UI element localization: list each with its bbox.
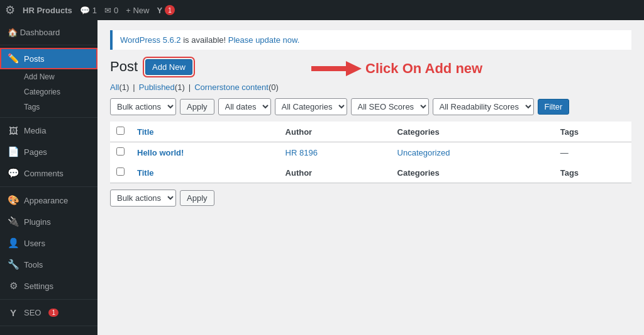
pages-icon: 📄 [8,146,19,157]
sidebar-item-posts[interactable]: ✏️ Posts [0,48,97,69]
users-icon: 👤 [8,237,19,249]
select-all-checkbox[interactable] [116,127,125,135]
yoast-icon: Y [157,6,162,15]
post-title-link[interactable]: Hello world! [137,148,184,157]
annotation-text: Click On Add new [365,60,482,77]
select-all-footer-checkbox[interactable] [116,168,125,176]
table-row: Hello world! HR 8196 Uncategorized — [110,142,631,163]
new-label: + New [126,6,149,15]
dashboard-icon: 🏠 [8,28,18,37]
wp-logo-icon[interactable]: ⚙ [5,3,15,17]
sidebar-item-categories[interactable]: Categories [0,84,97,99]
settings-icon: ⚙ [8,280,19,292]
comments-count: 1 [92,6,97,15]
sidebar-users-label: Users [24,239,45,248]
author-col-header: Author [279,122,391,142]
sidebar-item-settings[interactable]: ⚙ Settings [0,275,97,297]
messages-adminbar[interactable]: ✉ 0 [104,6,118,15]
published-count: (1) [175,82,185,92]
dates-filter-select[interactable]: All dates [218,98,271,115]
sidebar-item-pages[interactable]: 📄 Pages [0,141,97,162]
sidebar-item-comments[interactable]: 💬 Comments [0,162,97,184]
sidebar-item-media[interactable]: 🖼 Media [0,120,97,141]
sidebar-item-tools[interactable]: 🔧 Tools [0,254,97,275]
comments-icon: 💬 [8,168,19,179]
categories-col-footer: Categories [391,162,554,183]
all-posts-filter[interactable]: All [110,82,119,92]
bottom-filter-bar: Bulk actions Apply [110,190,631,207]
sidebar-plugins-label: Plugins [24,217,51,227]
sidebar-tools-label: Tools [24,260,43,270]
tags-col-header: Tags [554,122,631,142]
admin-bar: ⚙ HR Products 💬 1 ✉ 0 + New Y 1 [0,0,644,20]
add-new-button[interactable]: Add New [145,59,192,75]
media-icon: 🖼 [8,125,19,136]
cornerstone-count: (0) [269,82,279,92]
sidebar-seo-label: SEO [24,308,41,317]
collapse-menu-button[interactable]: ◀ Collapse menu [0,329,97,335]
title-col-header[interactable]: Title [137,127,154,137]
update-now-link[interactable]: Please update now. [228,35,299,45]
update-notice: WordPress 5.6.2 is available! Please upd… [110,30,631,50]
wp-version-link[interactable]: WordPress 5.6.2 [120,35,181,45]
posts-icon: ✏️ [8,53,19,64]
yoast-adminbar[interactable]: Y 1 [157,5,175,15]
cornerstone-filter[interactable]: Cornerstone content [194,82,269,92]
page-header: Post Add New Click On Add new [110,59,631,75]
sidebar-item-plugins[interactable]: 🔌 Plugins [0,211,97,232]
readability-filter-select[interactable]: All Readability Scores [433,98,534,115]
seo-badge: 1 [48,309,58,317]
sidebar-appearance-label: Appearance [24,196,68,205]
yoast-badge: 1 [165,5,175,15]
sidebar-comments-label: Comments [24,169,64,178]
tags-sub-label: Tags [24,103,40,111]
dashboard-label: Dashboard [20,28,60,37]
filter-button[interactable]: Filter [538,99,570,115]
bulk-actions-select-top[interactable]: Bulk actions [110,98,176,115]
admin-sidebar: 🏠 Dashboard ✏️ Posts Add New Categories … [0,20,97,335]
apply-button-bottom[interactable]: Apply [180,190,214,206]
categories-col-header: Categories [391,122,554,142]
posts-table: Title Author Categories Tags Hello world… [110,122,631,183]
site-name[interactable]: HR Products [23,6,72,15]
sidebar-item-dashboard[interactable]: 🏠 Dashboard [0,23,97,42]
bulk-actions-select-bottom[interactable]: Bulk actions [110,190,176,207]
categories-sub-label: Categories [24,88,60,96]
page-title: Post [110,59,138,75]
post-tags: — [554,142,631,163]
title-col-footer[interactable]: Title [137,168,154,178]
red-arrow-icon [311,60,362,77]
tags-col-footer: Tags [554,162,631,183]
messages-count: 0 [114,6,118,15]
add-new-sub-label: Add New [24,72,55,81]
row-checkbox[interactable] [116,147,125,156]
categories-filter-select[interactable]: All Categories [275,98,347,115]
comments-adminbar[interactable]: 💬 1 [80,6,97,15]
sidebar-pages-label: Pages [24,147,47,157]
sidebar-item-users[interactable]: 👤 Users [0,232,97,254]
sidebar-item-appearance[interactable]: 🎨 Appearance [0,190,97,211]
post-author-link[interactable]: HR 8196 [286,148,318,157]
main-content: WordPress 5.6.2 is available! Please upd… [97,20,644,335]
sidebar-media-label: Media [24,126,46,135]
sidebar-item-add-new[interactable]: Add New [0,69,97,84]
seo-icon: Y [8,307,19,318]
apply-button-top[interactable]: Apply [180,99,214,115]
notice-text-before: is available! [183,35,228,45]
post-filter-nav: All (1) | Published (1) | Cornerstone co… [110,82,631,92]
message-icon: ✉ [104,6,111,15]
seo-filter-select[interactable]: All SEO Scores [351,98,429,115]
sidebar-item-seo[interactable]: Y SEO 1 [0,302,97,323]
author-col-footer: Author [279,162,391,183]
post-category-link[interactable]: Uncategorized [397,148,450,157]
plugins-icon: 🔌 [8,216,19,227]
filter-bar: Bulk actions Apply All dates All Categor… [110,98,631,115]
sidebar-settings-label: Settings [24,281,53,291]
published-filter[interactable]: Published [139,82,175,92]
new-content-adminbar[interactable]: + New [126,6,149,15]
tools-icon: 🔧 [8,259,19,270]
sidebar-item-tags[interactable]: Tags [0,99,97,115]
svg-marker-0 [311,61,362,76]
sidebar-posts-label: Posts [24,54,45,64]
annotation-arrow: Click On Add new [311,60,482,77]
